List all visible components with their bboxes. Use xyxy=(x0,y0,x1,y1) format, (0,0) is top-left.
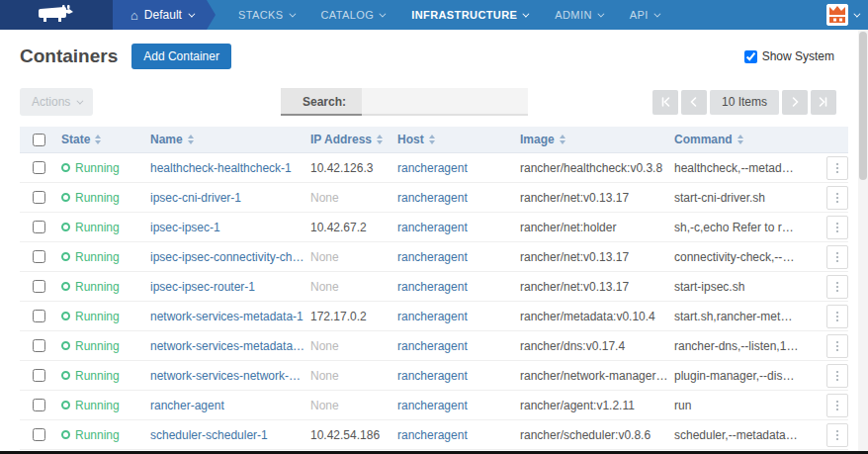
row-actions-menu-button[interactable] xyxy=(826,245,848,269)
rancher-cow-icon xyxy=(38,4,75,27)
nav-item-api[interactable]: API xyxy=(616,0,672,30)
user-menu[interactable] xyxy=(826,0,868,30)
row-checkbox[interactable] xyxy=(33,280,45,293)
host-link[interactable]: rancheragent xyxy=(397,161,516,175)
column-header-command[interactable]: Command xyxy=(674,133,799,146)
container-name-link[interactable]: ipsec-ipsec-router-1 xyxy=(150,280,306,294)
column-header-name[interactable]: Name xyxy=(150,133,306,146)
chevron-down-icon xyxy=(653,10,660,17)
row-checkbox[interactable] xyxy=(33,250,45,263)
row-actions-menu-button[interactable] xyxy=(826,423,848,447)
host-link[interactable]: rancheragent xyxy=(397,428,516,442)
row-actions-menu-button[interactable] xyxy=(826,305,848,328)
row-checkbox[interactable] xyxy=(33,161,45,174)
state-cell: Running xyxy=(61,161,146,175)
table-row: Running rancher-agent None rancheragent … xyxy=(20,391,848,420)
command-text: plugin-manager,--disable-cni-se... xyxy=(674,369,799,383)
container-name-link[interactable]: network-services-network-ma... xyxy=(150,369,306,383)
command-text: healthcheck,--metadata-addres... xyxy=(674,161,799,175)
row-checkbox[interactable] xyxy=(33,221,45,233)
command-text: start.sh,rancher-metadata,-relo... xyxy=(674,310,799,323)
container-name-link[interactable]: network-services-metadata-dn... xyxy=(150,339,306,353)
first-page-button[interactable] xyxy=(652,90,678,115)
column-header-ip[interactable]: IP Address xyxy=(310,133,393,146)
page-header: Containers Add Container Show System xyxy=(0,30,868,79)
page-title: Containers xyxy=(20,45,118,67)
container-name-link[interactable]: ipsec-cni-driver-1 xyxy=(150,191,306,205)
row-actions-menu-button[interactable] xyxy=(826,364,848,388)
prev-page-button[interactable] xyxy=(681,90,707,115)
column-header-image[interactable]: Image xyxy=(520,133,670,146)
running-state-icon xyxy=(61,341,70,350)
vertical-scrollbar[interactable] xyxy=(858,30,868,454)
show-system-checkbox[interactable] xyxy=(744,50,757,63)
running-state-icon xyxy=(61,371,70,380)
table-row: Running network-services-metadata-dn... … xyxy=(20,331,848,361)
row-actions-menu-button[interactable] xyxy=(826,156,848,180)
row-checkbox[interactable] xyxy=(33,191,45,204)
image-name: rancher/metadata:v0.10.4 xyxy=(520,310,670,323)
chevron-down-icon xyxy=(380,10,387,17)
row-actions-menu-button[interactable] xyxy=(826,186,848,210)
running-state-icon xyxy=(61,163,70,172)
container-name-link[interactable]: healthcheck-healthcheck-1 xyxy=(150,161,306,175)
state-cell: Running xyxy=(61,399,146,412)
nav-item-admin[interactable]: ADMIN xyxy=(541,0,615,30)
nav-item-stacks[interactable]: STACKS xyxy=(224,0,307,30)
row-checkbox[interactable] xyxy=(33,310,45,322)
command-text: run xyxy=(674,399,799,412)
rancher-logo[interactable] xyxy=(0,0,113,30)
actions-button[interactable]: Actions xyxy=(20,88,93,116)
host-link[interactable]: rancheragent xyxy=(397,310,516,323)
table-row: Running ipsec-ipsec-connectivity-check..… xyxy=(20,242,848,272)
state-label: Running xyxy=(75,250,120,264)
nav-item-infrastructure[interactable]: INFRASTRUCTURE xyxy=(397,0,541,30)
next-page-button[interactable] xyxy=(782,90,808,115)
sort-icon xyxy=(738,135,743,144)
host-link[interactable]: rancheragent xyxy=(397,369,516,383)
show-system-toggle[interactable]: Show System xyxy=(744,49,848,63)
column-header-host[interactable]: Host xyxy=(397,133,516,146)
table-body: Running healthcheck-healthcheck-1 10.42.… xyxy=(20,153,848,450)
host-link[interactable]: rancheragent xyxy=(397,339,516,353)
row-actions-menu-button[interactable] xyxy=(826,394,848,417)
select-all-checkbox[interactable] xyxy=(33,134,45,146)
host-link[interactable]: rancheragent xyxy=(397,221,516,234)
scrollbar-thumb[interactable] xyxy=(859,32,867,180)
environment-menu[interactable]: ⌂ Default xyxy=(113,0,207,30)
nav-item-catalog[interactable]: CATALOG xyxy=(307,0,398,30)
table-row: Running network-services-metadata-1 172.… xyxy=(20,302,848,331)
column-header-state[interactable]: State xyxy=(61,133,146,146)
last-page-button[interactable] xyxy=(811,90,836,115)
row-checkbox[interactable] xyxy=(33,428,45,441)
image-name: rancher/healthcheck:v0.3.8 xyxy=(520,161,670,175)
host-link[interactable]: rancheragent xyxy=(397,399,516,412)
container-name-link[interactable]: ipsec-ipsec-connectivity-check... xyxy=(150,250,306,264)
add-container-button[interactable]: Add Container xyxy=(131,44,231,69)
host-link[interactable]: rancheragent xyxy=(397,250,516,264)
running-state-icon xyxy=(61,223,70,231)
search-input[interactable] xyxy=(362,88,528,116)
table-header-row: State Name IP Address Host Image Command xyxy=(20,127,848,153)
host-link[interactable]: rancheragent xyxy=(397,191,516,205)
row-actions-menu-button[interactable] xyxy=(826,275,848,299)
chevron-right-icon xyxy=(789,96,801,108)
environment-label: Default xyxy=(144,8,182,22)
show-system-label: Show System xyxy=(762,49,834,63)
host-link[interactable]: rancheragent xyxy=(397,280,516,294)
row-checkbox[interactable] xyxy=(33,339,45,352)
sort-icon xyxy=(188,135,194,144)
row-actions-menu-button[interactable] xyxy=(826,216,848,239)
container-name-link[interactable]: rancher-agent xyxy=(150,399,306,412)
chevron-down-icon xyxy=(188,10,195,17)
row-checkbox[interactable] xyxy=(33,369,45,382)
container-name-link[interactable]: ipsec-ipsec-1 xyxy=(150,221,306,234)
user-avatar xyxy=(826,4,848,26)
container-name-link[interactable]: network-services-metadata-1 xyxy=(150,310,306,323)
row-checkbox[interactable] xyxy=(33,399,45,411)
container-name-link[interactable]: scheduler-scheduler-1 xyxy=(150,428,306,442)
ip-address: 172.17.0.2 xyxy=(310,310,393,323)
image-name: rancher/dns:v0.17.4 xyxy=(520,339,670,353)
command-text: scheduler,--metadata-address,... xyxy=(674,428,799,442)
row-actions-menu-button[interactable] xyxy=(826,334,848,358)
